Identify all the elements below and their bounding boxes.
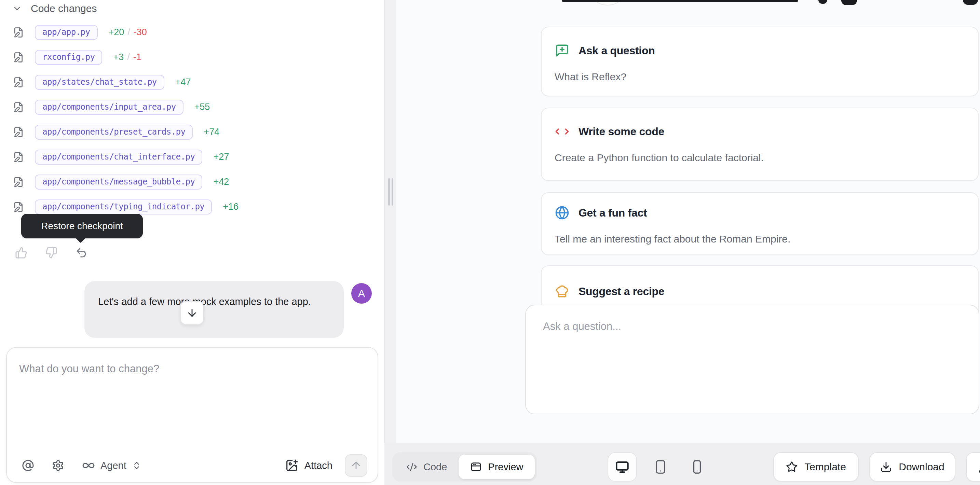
diff-added: +27 xyxy=(213,152,229,162)
file-pen-icon xyxy=(13,52,24,63)
app-preview-panel: Ask a question What is Reflex? Write som… xyxy=(396,0,980,443)
file-chip-label[interactable]: rxconfig.py xyxy=(35,50,102,65)
panel-resize-divider[interactable] xyxy=(384,0,396,443)
deploy-button-partial[interactable] xyxy=(966,452,980,482)
monitor-icon xyxy=(615,460,629,474)
file-row[interactable]: rxconfig.py +3 / -1 xyxy=(0,45,384,70)
preview-input-placeholder[interactable]: Ask a question... xyxy=(543,320,621,333)
diff-added: +20 xyxy=(109,27,124,38)
resize-handle-bar[interactable] xyxy=(391,178,393,206)
restore-checkpoint-button[interactable] xyxy=(75,246,88,259)
device-tablet-button[interactable] xyxy=(646,452,675,482)
file-chip-label[interactable]: app/states/chat_state.py xyxy=(35,75,164,90)
diff-stats: +74 xyxy=(204,127,220,137)
file-pen-icon xyxy=(13,127,24,138)
card-title: Suggest a recipe xyxy=(579,285,664,298)
card-subtitle: What is Reflex? xyxy=(555,71,965,83)
attach-button[interactable]: Attach xyxy=(283,459,334,472)
restore-checkpoint-tooltip: Restore checkpoint xyxy=(21,214,143,239)
diff-stats: +3 / -1 xyxy=(113,52,141,62)
file-row[interactable]: app/components/chat_interface.py +27 xyxy=(0,145,384,169)
device-desktop-button[interactable] xyxy=(608,452,637,482)
resize-handle-bar[interactable] xyxy=(388,178,390,206)
mention-button[interactable] xyxy=(22,460,34,472)
diff-removed: -30 xyxy=(134,27,147,38)
diff-added: +74 xyxy=(204,127,220,137)
diff-stats: +42 xyxy=(213,177,229,187)
preset-card-fun-fact[interactable]: Get a fun fact Tell me an interesting fa… xyxy=(541,192,978,255)
thumbs-down-button[interactable] xyxy=(45,246,57,259)
diff-added: +16 xyxy=(223,202,239,212)
code-changes-title: Code changes xyxy=(31,3,97,14)
code-xml-icon xyxy=(406,461,417,472)
tab-preview-label: Preview xyxy=(488,461,523,473)
preset-card-ask-question[interactable]: Ask a question What is Reflex? xyxy=(541,27,978,96)
file-chip-label[interactable]: app/app.py xyxy=(35,25,98,40)
star-icon xyxy=(786,461,797,473)
download-button[interactable]: Download xyxy=(869,452,955,482)
tab-code[interactable]: Code xyxy=(395,455,458,479)
download-button-label: Download xyxy=(899,461,944,473)
code-changes-header[interactable]: Code changes xyxy=(12,3,97,14)
file-pen-icon xyxy=(13,77,24,88)
infinity-icon xyxy=(82,459,95,472)
composer[interactable]: What do you want to change? Agent xyxy=(6,347,378,483)
card-title: Get a fun fact xyxy=(579,207,647,219)
file-chip-label[interactable]: app/components/message_bubble.py xyxy=(35,175,202,189)
diff-separator: / xyxy=(127,52,130,62)
rocket-icon xyxy=(978,460,980,473)
image-plus-icon xyxy=(285,459,298,472)
template-button-label: Template xyxy=(804,461,846,473)
template-button[interactable]: Template xyxy=(773,452,859,482)
clipped-heading-remnant xyxy=(841,0,857,5)
diff-stats: +27 xyxy=(213,152,229,162)
preset-card-write-code[interactable]: Write some code Create a Python function… xyxy=(541,108,978,181)
globe-icon xyxy=(555,205,570,220)
diff-stats: +16 xyxy=(223,202,239,212)
composer-placeholder[interactable]: What do you want to change? xyxy=(19,363,159,375)
scroll-to-bottom-button[interactable] xyxy=(180,301,204,325)
file-pen-icon xyxy=(13,152,24,162)
file-row[interactable]: app/components/input_area.py +55 xyxy=(0,95,384,119)
file-pen-icon xyxy=(13,102,24,113)
tab-preview[interactable]: Preview xyxy=(458,455,535,479)
file-row[interactable]: app/components/preset_cards.py +74 xyxy=(0,119,384,145)
agent-selector[interactable]: Agent xyxy=(82,459,142,472)
code-preview-toggle: Code Preview xyxy=(392,452,537,482)
code-icon xyxy=(555,124,570,139)
device-phone-button[interactable] xyxy=(682,452,712,482)
smartphone-icon xyxy=(692,460,702,474)
settings-gear-button[interactable] xyxy=(52,460,64,472)
file-row[interactable]: app/states/chat_state.py +47 xyxy=(0,70,384,95)
file-chip-label[interactable]: app/components/input_area.py xyxy=(35,100,183,115)
clipped-heading-remnant xyxy=(562,0,798,2)
diff-separator: / xyxy=(127,27,130,38)
code-changes-list: app/app.py +20 / -30 rxconfig.py +3 / -1 xyxy=(0,20,384,219)
card-subtitle: Tell me an interesting fact about the Ro… xyxy=(555,233,965,245)
agent-selector-label: Agent xyxy=(100,460,126,471)
file-row[interactable]: app/components/message_bubble.py +42 xyxy=(0,169,384,194)
user-avatar: A xyxy=(351,283,372,304)
file-chip-label[interactable]: app/components/chat_interface.py xyxy=(35,149,202,165)
user-message-bubble: Let's add a few more mock examples to th… xyxy=(84,281,344,338)
chef-hat-icon xyxy=(555,284,570,299)
card-title: Write some code xyxy=(579,126,664,138)
file-row[interactable]: app/app.py +20 / -30 xyxy=(0,20,384,45)
send-button[interactable] xyxy=(345,454,368,477)
file-chip-label[interactable]: app/components/preset_cards.py xyxy=(35,125,193,140)
chevron-down-icon xyxy=(12,4,22,13)
diff-stats: +47 xyxy=(175,77,191,87)
download-icon xyxy=(880,461,892,473)
file-pen-icon xyxy=(13,202,24,212)
clipped-heading-remnant xyxy=(963,0,978,5)
diff-stats: +55 xyxy=(194,102,210,112)
tab-code-label: Code xyxy=(423,461,447,473)
preview-chat-input[interactable]: Ask a question... xyxy=(525,305,979,414)
thumbs-up-button[interactable] xyxy=(15,246,27,259)
chevrons-up-down-icon xyxy=(132,461,142,470)
file-chip-label[interactable]: app/components/typing_indicator.py xyxy=(35,199,212,215)
app-window-icon xyxy=(470,461,482,473)
card-subtitle: Create a Python function to calculate fa… xyxy=(555,152,965,164)
file-pen-icon xyxy=(13,27,24,38)
card-title: Ask a question xyxy=(579,45,655,57)
